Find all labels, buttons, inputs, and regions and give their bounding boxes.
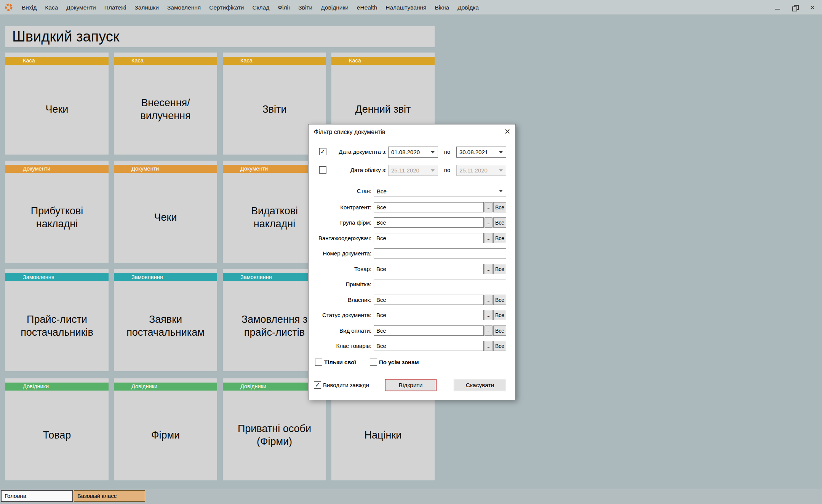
product-class-input[interactable] xyxy=(374,341,484,351)
restore-button[interactable] xyxy=(791,3,799,12)
tile-doc-cheky[interactable]: Документи Чеки xyxy=(114,161,217,263)
category-tag-label: Довідники xyxy=(240,383,266,389)
category-tag-documents: Документи xyxy=(5,165,109,173)
date-accounting-to-label: по xyxy=(440,164,455,175)
tile-kasa-cheky[interactable]: Каса Чеки xyxy=(5,53,109,155)
menu-branches[interactable]: Філії xyxy=(273,0,294,15)
menu-orders[interactable]: Замовлення xyxy=(163,0,205,15)
category-tag-label: Каса xyxy=(240,57,253,64)
menu-bar: Вихід Каса Документи Платежі Залишки Зам… xyxy=(0,0,822,15)
menu-ehealth[interactable]: eHealth xyxy=(353,0,381,15)
payment-type-row: Вид оплати: ... Все xyxy=(309,325,516,336)
tab-golovna[interactable]: Головна xyxy=(1,490,73,502)
state-value: Все xyxy=(374,188,499,195)
firm-group-all-button[interactable]: Все xyxy=(493,217,506,228)
tile-zam-zaiavky[interactable]: Замовлення Заявки постачальникам xyxy=(114,269,217,371)
date-document-from-value: 01.08.2020 xyxy=(389,149,431,155)
category-tag-directories: Довідники xyxy=(114,383,217,391)
tile-label: Прибуткові накладні xyxy=(5,173,109,263)
tile-zam-price-lists[interactable]: Замовлення Прайс-листи постачальників xyxy=(5,269,109,371)
doc-status-all-button[interactable]: Все xyxy=(493,310,506,320)
contragent-all-button[interactable]: Все xyxy=(493,202,506,212)
category-tag-label: Замовлення xyxy=(131,274,163,280)
contragent-input[interactable] xyxy=(374,202,484,212)
category-tag-label: Документи xyxy=(23,166,50,172)
date-document-to-select[interactable]: 30.08.2021 xyxy=(456,147,506,158)
product-class-all-button[interactable]: Все xyxy=(493,341,506,351)
chevron-down-icon xyxy=(499,151,503,153)
menu-documents[interactable]: Документи xyxy=(62,0,100,15)
owner-all-button[interactable]: Все xyxy=(493,295,506,305)
owner-input[interactable] xyxy=(374,295,484,305)
date-accounting-checkbox[interactable] xyxy=(319,166,326,174)
category-tag-label: Замовлення xyxy=(240,274,272,280)
all-zones-checkbox[interactable] xyxy=(370,359,377,366)
minimize-button[interactable] xyxy=(773,3,782,12)
page-title: Швидкий запуск xyxy=(5,26,435,47)
payment-type-more-button[interactable]: ... xyxy=(485,325,493,336)
category-tag-documents: Документи xyxy=(114,165,217,173)
firm-group-input[interactable] xyxy=(374,217,484,228)
only-own-label: Тільки свої xyxy=(324,359,356,366)
menu-directories[interactable]: Довідники xyxy=(317,0,353,15)
menu-exit[interactable]: Вихід xyxy=(18,0,41,15)
consignee-all-button[interactable]: Все xyxy=(493,233,506,243)
note-input[interactable] xyxy=(374,279,506,289)
date-document-to-label: по xyxy=(440,146,455,157)
dialog-close-icon[interactable]: × xyxy=(502,126,513,137)
firm-group-more-button[interactable]: ... xyxy=(485,217,493,228)
consignee-input[interactable] xyxy=(374,233,484,243)
menu-payments[interactable]: Платежі xyxy=(100,0,131,15)
consignee-label: Вантажоодержувач: xyxy=(309,233,371,243)
menu-reports[interactable]: Звіти xyxy=(294,0,317,15)
date-document-from-select[interactable]: 01.08.2020 xyxy=(388,147,438,158)
always-show-checkbox[interactable]: ✓ xyxy=(314,381,321,389)
state-select[interactable]: Все xyxy=(374,186,506,196)
only-own-checkbox[interactable] xyxy=(315,359,322,366)
doc-status-more-button[interactable]: ... xyxy=(485,310,493,320)
category-tag-kasa: Каса xyxy=(223,57,326,65)
doc-status-input[interactable] xyxy=(374,310,484,320)
close-button[interactable]: × xyxy=(808,3,817,12)
all-zones-label: По усім зонам xyxy=(379,359,419,366)
product-input[interactable] xyxy=(374,264,484,274)
product-all-button[interactable]: Все xyxy=(493,264,506,274)
menu-settings[interactable]: Налаштування xyxy=(381,0,430,15)
menu-stock-balances[interactable]: Залишки xyxy=(130,0,163,15)
menu-certificates[interactable]: Сертифікати xyxy=(205,0,248,15)
consignee-more-button[interactable]: ... xyxy=(485,233,493,243)
payment-type-label: Вид оплати: xyxy=(309,325,371,336)
product-more-button[interactable]: ... xyxy=(485,264,493,274)
payment-type-all-button[interactable]: Все xyxy=(493,325,506,336)
dialog-title: Фільтр списку документів xyxy=(314,129,385,136)
menu-windows[interactable]: Вікна xyxy=(430,0,453,15)
tile-doc-prybutkovi-nakladni[interactable]: Документи Прибуткові накладні xyxy=(5,161,109,263)
chevron-down-icon xyxy=(431,169,435,172)
category-tag-label: Каса xyxy=(23,57,35,64)
menu-kasa[interactable]: Каса xyxy=(41,0,62,15)
category-tag-label: Каса xyxy=(131,57,144,64)
product-class-more-button[interactable]: ... xyxy=(485,341,493,351)
contragent-more-button[interactable]: ... xyxy=(485,202,493,212)
category-tag-label: Документи xyxy=(240,166,268,172)
date-document-checkbox[interactable]: ✓ xyxy=(319,148,326,155)
owner-more-button[interactable]: ... xyxy=(485,295,493,305)
payment-type-input[interactable] xyxy=(374,325,484,336)
tile-label: Прайс-листи постачальників xyxy=(5,281,109,371)
tab-bazovyi-klass[interactable]: Базовый класс xyxy=(74,490,145,502)
document-filter-dialog: Фільтр списку документів × ✓ Дата докуме… xyxy=(308,124,516,400)
tile-dov-firmy[interactable]: Довідники Фірми xyxy=(114,378,217,480)
menu-warehouse[interactable]: Склад xyxy=(248,0,273,15)
menu-help[interactable]: Довідка xyxy=(453,0,483,15)
category-tag-label: Довідники xyxy=(23,383,49,389)
doc-number-input[interactable] xyxy=(374,248,506,258)
minimize-icon xyxy=(775,9,780,10)
product-class-label: Клас товарів: xyxy=(309,341,371,351)
open-button[interactable]: Відкрити xyxy=(385,379,437,391)
product-label: Товар: xyxy=(309,264,371,274)
cancel-button[interactable]: Скасувати xyxy=(454,379,506,391)
category-tag-kasa: Каса xyxy=(114,57,217,65)
doc-number-label: Номер документа: xyxy=(309,248,371,258)
tile-kasa-vnesennia-vyluchennia[interactable]: Каса Внесення/вилучення xyxy=(114,53,217,155)
tile-dov-tovar[interactable]: Довідники Товар xyxy=(5,378,109,480)
